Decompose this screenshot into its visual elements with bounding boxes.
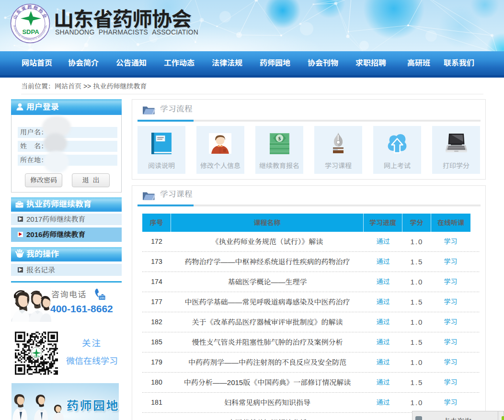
svg-text:SDPA: SDPA bbox=[34, 355, 39, 358]
svg-text:24h: 24h bbox=[100, 296, 104, 299]
svg-text:SDPA: SDPA bbox=[22, 28, 39, 35]
svg-text:$: $ bbox=[278, 136, 281, 141]
